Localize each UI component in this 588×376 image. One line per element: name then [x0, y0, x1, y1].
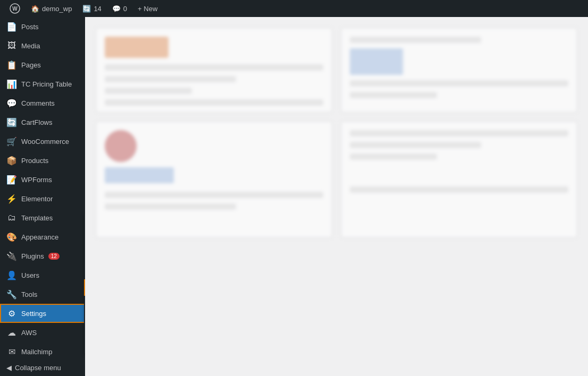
sidebar-item-settings-label: Settings	[21, 310, 46, 318]
sidebar-item-plugins[interactable]: 🔌 Plugins 12	[0, 246, 85, 266]
sidebar-item-woocommerce[interactable]: 🛒 WooCommerce	[0, 132, 85, 151]
site-name-label: demo_wp	[42, 5, 72, 13]
updates-count: 14	[94, 5, 101, 13]
plugins-icon: 🔌	[6, 251, 17, 261]
sidebar-item-wpforms[interactable]: 📝 WPForms	[0, 170, 85, 189]
sidebar-item-mailchimp[interactable]: ✉ Mailchimp	[0, 342, 85, 361]
content-blurred-area	[85, 17, 588, 376]
sidebar-item-posts-label: Posts	[21, 23, 39, 31]
sidebar-item-comments[interactable]: 💬 Comments	[0, 93, 85, 113]
content-row-1	[96, 28, 577, 113]
comments-button[interactable]: 💬 0	[107, 0, 132, 17]
elementor-icon: ⚡	[6, 193, 17, 204]
sidebar-item-elementor-label: Elementor	[21, 195, 53, 203]
content-row-2	[96, 121, 577, 238]
submenu-google-language-translator[interactable]: Google Language Translator	[84, 329, 85, 353]
comments-count: 0	[123, 5, 127, 13]
sidebar-item-pages[interactable]: 📋 Pages	[0, 55, 85, 74]
submenu-general[interactable]: General	[84, 213, 85, 230]
sidebar-item-tc-pricing-table[interactable]: 📊 TC Pricing Table	[0, 74, 85, 93]
placeholder-bar-11	[350, 142, 481, 148]
placeholder-bar-5	[350, 37, 481, 43]
main-layout: 📄 Posts 🖼 Media 📋 Pages 📊 TC Pricing Tab…	[0, 17, 588, 376]
collapse-menu-button[interactable]: ◀ Collapse menu	[0, 360, 85, 376]
products-icon: 📦	[6, 155, 17, 166]
submenu-reading[interactable]: Reading	[84, 246, 85, 263]
sidebar-item-wpforms-label: WPForms	[21, 176, 52, 184]
sidebar-item-cartflows-label: CartFlows	[21, 118, 53, 126]
sidebar-item-media-label: Media	[21, 42, 40, 50]
sidebar-item-tools-label: Tools	[21, 290, 37, 298]
submenu-privacy[interactable]: Privacy	[84, 312, 85, 329]
sidebar-item-tc-pricing-table-label: TC Pricing Table	[21, 80, 72, 88]
placeholder-bar-10	[350, 130, 568, 136]
wp-logo-icon: W	[10, 3, 20, 14]
placeholder-bar-6	[350, 80, 568, 87]
sidebar-item-elementor[interactable]: ⚡ Elementor	[0, 189, 85, 208]
sidebar-item-media[interactable]: 🖼 Media	[0, 36, 85, 55]
svg-text:W: W	[12, 6, 18, 12]
submenu-writing[interactable]: Writing	[84, 230, 85, 246]
sidebar-item-products-label: Products	[21, 157, 48, 165]
wp-logo-button[interactable]: W	[4, 0, 26, 17]
home-icon: 🏠	[31, 5, 39, 13]
placeholder-bar-8	[105, 192, 323, 198]
new-label: + New	[138, 5, 157, 13]
collapse-label: Collapse menu	[15, 364, 61, 372]
sidebar-item-plugins-label: Plugins	[21, 252, 44, 260]
placeholder-bar-9	[105, 203, 236, 210]
submenu-discussion[interactable]: Discussion	[84, 263, 85, 279]
content-card-3	[96, 121, 332, 238]
placeholder-bar-12	[350, 153, 437, 160]
sidebar-item-posts[interactable]: 📄 Posts	[0, 17, 85, 36]
sidebar-item-cartflows[interactable]: 🔄 CartFlows	[0, 113, 85, 132]
placeholder-bar-7	[350, 92, 437, 98]
posts-icon: 📄	[6, 21, 17, 32]
new-content-button[interactable]: + New	[132, 0, 163, 17]
comments-icon: 💬	[112, 5, 121, 13]
updates-button[interactable]: 🔄 14	[77, 0, 106, 17]
placeholder-bar-4	[105, 99, 323, 106]
collapse-icon: ◀	[6, 364, 12, 372]
wpforms-icon: 📝	[6, 174, 17, 185]
sidebar-item-settings[interactable]: ⚙ Settings	[0, 304, 85, 323]
tools-icon: 🔧	[6, 289, 17, 300]
sidebar-item-users-label: Users	[21, 271, 39, 279]
content-card-4	[341, 121, 577, 238]
sidebar-item-pages-label: Pages	[21, 61, 41, 69]
content-card-2	[341, 28, 577, 113]
cartflows-icon: 🔄	[6, 117, 17, 127]
settings-submenu: General Writing Reading Discussion Media…	[84, 213, 85, 353]
placeholder-bar-13	[350, 186, 568, 193]
comments-sidebar-icon: 💬	[6, 98, 17, 108]
main-content	[85, 17, 588, 376]
aws-icon: ☁	[6, 327, 17, 338]
placeholder-bar-3	[105, 88, 192, 94]
appearance-icon: 🎨	[6, 232, 17, 242]
sidebar-item-tools[interactable]: 🔧 Tools	[0, 285, 85, 304]
site-name-button[interactable]: 🏠 demo_wp	[26, 0, 77, 17]
content-card-1	[96, 28, 332, 113]
placeholder-bar-1	[105, 64, 323, 71]
sidebar-item-appearance[interactable]: 🎨 Appearance	[0, 227, 85, 246]
sidebar-item-templates[interactable]: 🗂 Templates	[0, 208, 85, 227]
sidebar-item-mailchimp-label: Mailchimp	[21, 348, 53, 356]
mailchimp-icon: ✉	[6, 346, 17, 357]
sidebar-item-aws[interactable]: ☁ AWS	[0, 323, 85, 342]
sidebar-item-woocommerce-label: WooCommerce	[21, 138, 69, 146]
pages-icon: 📋	[6, 59, 17, 70]
woocommerce-icon: 🛒	[6, 136, 17, 147]
submenu-media[interactable]: Media	[84, 279, 85, 296]
sidebar-item-users[interactable]: 👤 Users	[0, 266, 85, 285]
sidebar-item-comments-label: Comments	[21, 99, 55, 107]
sidebar: 📄 Posts 🖼 Media 📋 Pages 📊 TC Pricing Tab…	[0, 17, 85, 376]
plugins-badge: 12	[48, 253, 60, 260]
submenu-permalinks[interactable]: Permalinks	[84, 296, 85, 312]
sidebar-item-templates-label: Templates	[21, 214, 53, 222]
tc-pricing-table-icon: 📊	[6, 79, 17, 89]
users-icon: 👤	[6, 270, 17, 280]
admin-bar: W 🏠 demo_wp 🔄 14 💬 0 + New	[0, 0, 588, 17]
sidebar-item-products[interactable]: 📦 Products	[0, 151, 85, 170]
placeholder-blob	[105, 130, 137, 162]
media-icon: 🖼	[6, 40, 17, 51]
